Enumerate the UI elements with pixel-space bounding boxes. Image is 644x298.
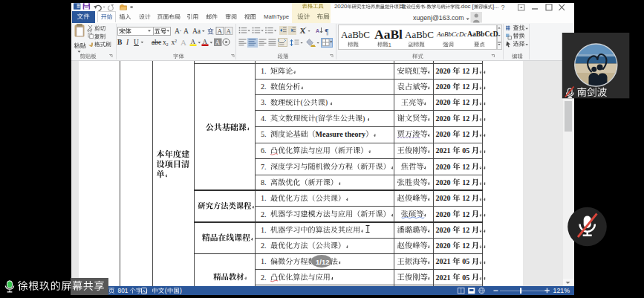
svg-text:1/12: 1/12 xyxy=(316,258,330,266)
